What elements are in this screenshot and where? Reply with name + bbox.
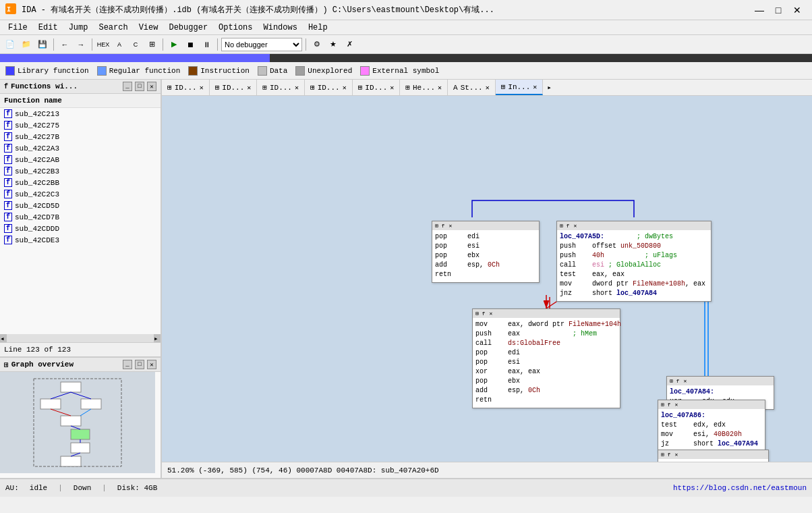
tab-close7[interactable]: ✕ — [486, 84, 490, 92]
tab-close6[interactable]: ✕ — [438, 84, 442, 92]
tb-back[interactable]: ← — [57, 37, 72, 52]
list-item[interactable]: fsub_42CD5D — [0, 200, 161, 211]
tb-c[interactable]: C — [128, 37, 143, 52]
tb-graph[interactable]: ⊞ — [144, 37, 159, 52]
func-name: sub_42CDE3 — [15, 236, 59, 244]
code-block-1[interactable]: ⊞ f✕ pop edi pop esi pop ebx add esp, 0C… — [432, 221, 540, 283]
menu-item-debugger[interactable]: Debugger — [163, 22, 213, 34]
tab-in[interactable]: ⊞ In... ✕ — [496, 80, 544, 95]
tb-stop[interactable]: ⏹ — [183, 37, 198, 52]
tb-open[interactable]: 📁 — [19, 37, 34, 52]
tab-close8[interactable]: ✕ — [533, 83, 537, 91]
func-panel-btn2[interactable]: □ — [135, 82, 144, 91]
tab-close5[interactable]: ✕ — [390, 84, 394, 92]
tb-save[interactable]: 💾 — [35, 37, 50, 52]
tab-close1[interactable]: ✕ — [200, 84, 204, 92]
tab-id2[interactable]: ⊞ ID... ✕ — [210, 80, 258, 95]
debugger-select[interactable]: No debugger — [221, 38, 302, 51]
graph-panel-btn1[interactable]: _ — [123, 360, 132, 369]
func-f-icon: f — [4, 201, 12, 210]
block-header-4: ⊞ f✕ — [667, 377, 774, 385]
func-f-icon: f — [4, 155, 12, 164]
tab-id4[interactable]: ⊞ ID... ✕ — [305, 80, 353, 95]
progress-fill — [0, 54, 270, 62]
graph-panel-close[interactable]: ✕ — [147, 360, 156, 369]
func-panel-btn1[interactable]: _ — [123, 82, 132, 91]
func-f-icon: f — [4, 144, 12, 153]
tb-hex[interactable]: HEX — [96, 37, 111, 52]
unexplored-color — [295, 66, 305, 76]
tb-new[interactable]: 📄 — [3, 37, 18, 52]
tb-run[interactable]: ▶ — [167, 37, 181, 52]
code-block-2[interactable]: ⊞ f✕ loc_407A5D: ; dwBytes push offset u… — [556, 221, 712, 302]
code-block-3[interactable]: ⊞ f✕ mov eax, dword ptr FileName+104h pu… — [472, 308, 620, 408]
tab-close3[interactable]: ✕ — [295, 84, 299, 92]
menu-item-help[interactable]: Help — [303, 22, 333, 34]
h-scrollbar[interactable]: ◂ ▸ — [0, 334, 161, 342]
menu-item-options[interactable]: Options — [213, 22, 258, 34]
list-item[interactable]: fsub_42C2C3 — [0, 188, 161, 200]
list-item[interactable]: fsub_42C2A3 — [0, 142, 161, 154]
legend-unexplored: Unexplored — [295, 66, 352, 76]
tab-st[interactable]: A St... ✕ — [448, 80, 496, 95]
menu-item-edit[interactable]: Edit — [33, 22, 63, 34]
tb-extra2[interactable]: ★ — [326, 37, 341, 52]
menu-item-jump[interactable]: Jump — [63, 22, 94, 34]
code-line: call ds:GlobalFree — [475, 339, 617, 348]
tab-more[interactable]: ▸ — [543, 80, 556, 95]
list-item[interactable]: fsub_42C213 — [0, 108, 161, 119]
tb-extra3[interactable]: ✗ — [342, 37, 357, 52]
menu-item-search[interactable]: Search — [93, 22, 133, 34]
external-label: External symbol — [372, 67, 439, 75]
code-block-5[interactable]: ⊞ f✕ loc_407A86: test edx, edx mov esi, … — [658, 400, 765, 452]
legend-regular: Regular function — [97, 66, 181, 76]
main-layout: f Functions wi... _ □ ✕ Function name fs… — [0, 80, 812, 478]
list-item[interactable]: fsub_42CD7B — [0, 211, 161, 223]
tab-close4[interactable]: ✕ — [343, 84, 347, 92]
function-list[interactable]: fsub_42C213 fsub_42C275 fsub_42C27B fsub… — [0, 108, 161, 334]
tab-label3: ID... — [270, 84, 292, 92]
tab-close2[interactable]: ✕ — [247, 84, 251, 92]
graph-panel-btn2[interactable]: □ — [135, 360, 144, 369]
func-panel-close[interactable]: ✕ — [147, 82, 156, 91]
func-f-icon: f — [4, 224, 12, 233]
func-name: sub_42C275 — [15, 122, 59, 130]
list-item[interactable]: fsub_42C27B — [0, 131, 161, 142]
minimize-button[interactable]: — — [750, 3, 769, 17]
tb-forward[interactable]: → — [74, 37, 88, 52]
list-item[interactable]: fsub_42C275 — [0, 119, 161, 131]
code-block-6[interactable]: ⊞ f✕ mov esi, offset unk_40F080 — [658, 450, 769, 462]
list-item[interactable]: fsub_42CDDD — [0, 223, 161, 234]
graph-canvas[interactable]: ⊞ f✕ pop edi pop esi pop ebx add esp, 0C… — [162, 96, 812, 462]
list-item[interactable]: fsub_42C2B3 — [0, 165, 161, 177]
list-item[interactable]: fsub_42CDE3 — [0, 234, 161, 246]
code-line: call esi ; GlobalAlloc — [560, 261, 708, 270]
maximize-button[interactable]: □ — [769, 3, 788, 17]
disk-info: Disk: 4GB — [117, 484, 157, 492]
code-line: mov eax, dword ptr FileName+104h — [475, 320, 617, 329]
menu-item-windows[interactable]: Windows — [258, 22, 303, 34]
tb-step[interactable]: ⏸ — [199, 37, 214, 52]
tab-icon5: ⊞ — [358, 83, 363, 92]
close-button[interactable]: ✕ — [788, 3, 807, 17]
tab-id5[interactable]: ⊞ ID... ✕ — [353, 80, 401, 95]
list-item[interactable]: fsub_42C2AB — [0, 154, 161, 165]
menu-item-file[interactable]: File — [3, 22, 33, 34]
scroll-left[interactable]: ◂ — [0, 334, 7, 342]
code-line: push offset unk_50D800 — [560, 242, 708, 251]
scroll-right[interactable]: ▸ — [154, 334, 161, 342]
function-list-header: Function name — [0, 94, 161, 108]
tab-id1[interactable]: ⊞ ID... ✕ — [162, 80, 210, 95]
svg-rect-8 — [71, 429, 90, 439]
tb-extra1[interactable]: ⚙ — [310, 37, 324, 52]
func-f-icon: f — [4, 190, 12, 198]
tb-asm[interactable]: A — [112, 37, 127, 52]
tab-icon1: ⊞ — [167, 83, 172, 92]
graph-overview-canvas[interactable] — [0, 372, 161, 476]
func-name: sub_42CDDD — [15, 225, 59, 233]
list-item[interactable]: fsub_42C2BB — [0, 177, 161, 188]
menu-item-view[interactable]: View — [134, 22, 164, 34]
tab-id3[interactable]: ⊞ ID... ✕ — [257, 80, 305, 95]
tab-he[interactable]: ⊞ He... ✕ — [400, 80, 448, 95]
regular-label: Regular function — [109, 67, 181, 75]
